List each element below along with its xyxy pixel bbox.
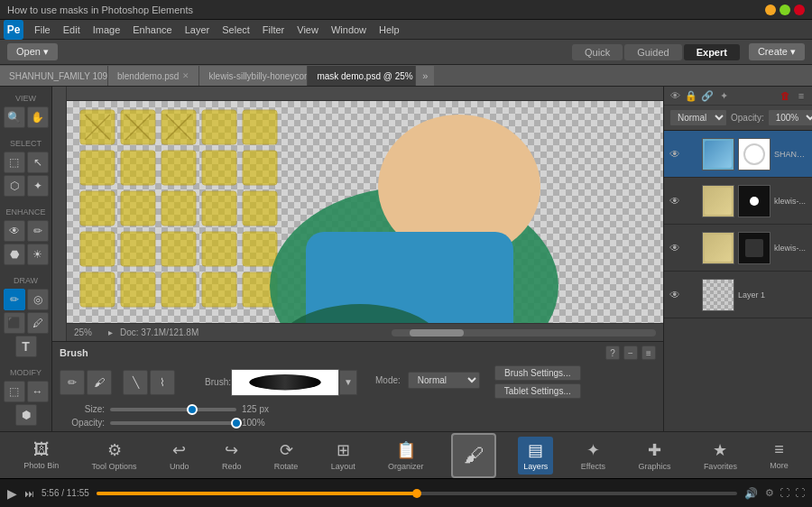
graphics-panel-btn[interactable]: ✚ Graphics <box>632 437 676 475</box>
magic-wand-tool[interactable]: ✦ <box>27 175 49 197</box>
layer-item-4[interactable]: 👁 Layer 1 <box>664 272 812 318</box>
tool-options-tool[interactable]: ⚙ Tool Options <box>87 437 143 475</box>
tab-guided[interactable]: Guided <box>624 44 681 60</box>
layer-item-1[interactable]: 👁 SHANH... <box>664 131 812 178</box>
menu-edit[interactable]: Edit <box>58 23 86 37</box>
rotate-tool[interactable]: ⟳ Rotate <box>269 437 304 475</box>
photo-bin-tool[interactable]: 🖼 Photo Bin <box>18 437 64 474</box>
skip-btn[interactable]: ⏭ <box>24 488 34 499</box>
menu-enhance[interactable]: Enhance <box>127 23 177 37</box>
menu-filter[interactable]: Filter <box>257 23 290 37</box>
more-panel-btn[interactable]: ≡ More <box>764 437 794 474</box>
scrollbar-thumb[interactable] <box>410 329 464 336</box>
svg-rect-20 <box>243 232 277 266</box>
settings-icon[interactable]: ⚙ <box>765 487 774 499</box>
layout-tool[interactable]: ⊞ Layout <box>326 437 361 475</box>
menu-layer[interactable]: Layer <box>180 23 216 37</box>
layer-vis-4[interactable]: 👁 <box>668 288 682 302</box>
brush-collapse-btn[interactable]: − <box>623 346 638 360</box>
text-tool[interactable]: T <box>15 336 37 357</box>
close-button[interactable] <box>794 5 805 15</box>
fullscreen-icon[interactable]: ⛶ <box>795 487 805 499</box>
layers-icon4[interactable]: ✦ <box>716 88 731 103</box>
create-button[interactable]: Create ▾ <box>749 43 805 60</box>
shape-tool[interactable]: ⬢ <box>15 404 37 426</box>
brush-dropdown[interactable]: ▼ <box>339 370 357 395</box>
layers-icon2[interactable]: 🔒 <box>684 88 698 103</box>
canvas-body[interactable] <box>67 101 663 323</box>
opacity-slider[interactable] <box>110 421 236 425</box>
dodge-tool[interactable]: ☀ <box>27 244 49 265</box>
menu-file[interactable]: File <box>29 23 56 37</box>
layers-icon3[interactable]: 🔗 <box>700 88 715 103</box>
tab-maskdemo[interactable]: mask demo.psd @ 25% (SHANHUN_FAMILY 109.… <box>308 66 416 86</box>
volume-icon[interactable]: 🔊 <box>744 487 758 500</box>
brush-impressionist-btn[interactable]: 🖌 <box>87 370 112 395</box>
zoom-tool[interactable]: 🔍 <box>4 106 25 128</box>
menu-select[interactable]: Select <box>217 23 255 37</box>
tab-shanhun[interactable]: SHANHUN_FAMILY 109.jpg ✕ <box>0 66 108 86</box>
effects-panel-btn[interactable]: ✦ Effects <box>576 437 611 475</box>
layers-delete[interactable]: 🗑 <box>778 88 792 103</box>
layers-icon1[interactable]: 👁 <box>668 88 682 103</box>
layer-vis-3[interactable]: 👁 <box>668 241 682 255</box>
size-thumb[interactable] <box>187 404 198 415</box>
opacity-select[interactable]: 100% 75% 50% <box>768 109 812 126</box>
eraser-tool[interactable]: ◎ <box>27 289 49 310</box>
redo-tool[interactable]: ↪ Redo <box>217 437 247 475</box>
brush-type1[interactable]: ╲ <box>123 370 148 395</box>
brush-tool[interactable]: ✏ <box>4 289 25 310</box>
blend-mode-select[interactable]: Normal Multiply Screen <box>669 109 727 126</box>
brush-type2[interactable]: ⌇ <box>150 370 175 395</box>
progress-thumb[interactable] <box>412 489 421 498</box>
transform-tool[interactable]: ↔ <box>27 381 49 402</box>
layer-item-3[interactable]: 👁 klewis-... <box>664 225 812 272</box>
brush-settings-btn[interactable]: Brush Settings... <box>494 365 581 381</box>
layers-menu[interactable]: ≡ <box>794 88 808 103</box>
lasso-tool[interactable]: ⬡ <box>4 175 25 197</box>
menu-image[interactable]: Image <box>88 23 126 37</box>
menu-help[interactable]: Help <box>374 23 405 37</box>
layers-panel-btn[interactable]: ▤ Layers <box>518 437 553 475</box>
pen-tool[interactable]: 🖊 <box>27 312 49 334</box>
favorites-panel-btn[interactable]: ★ Favorites <box>698 437 743 475</box>
horizontal-scrollbar[interactable] <box>392 329 656 336</box>
maximize-button[interactable] <box>780 5 790 15</box>
menu-window[interactable]: Window <box>326 23 372 37</box>
fill-tool[interactable]: ⬛ <box>4 312 25 334</box>
theater-icon[interactable]: ⛶ <box>780 487 789 499</box>
clone-tool[interactable]: ⬣ <box>4 244 25 265</box>
move-tool[interactable]: ↖ <box>27 152 49 173</box>
tab-scroll-right[interactable]: » <box>416 66 434 86</box>
brush-normal-btn[interactable]: ✏ <box>60 370 85 395</box>
undo-tool[interactable]: ↩ Undo <box>164 437 195 475</box>
pan-tool[interactable]: ✋ <box>27 106 49 128</box>
opacity-thumb[interactable] <box>231 418 242 429</box>
tab-expert[interactable]: Expert <box>684 44 740 60</box>
layer-name-3: klewis-... <box>774 244 808 253</box>
menu-view[interactable]: View <box>291 23 324 37</box>
organizer-tool[interactable]: 📋 Organizer <box>383 437 429 475</box>
marquee-tool[interactable]: ⬚ <box>4 152 25 173</box>
layer-item-2[interactable]: 👁 klewis-... <box>664 178 812 225</box>
spot-heal-tool[interactable]: ✏ <box>27 220 49 242</box>
brush-help-btn[interactable]: ? <box>605 346 620 360</box>
progress-bar[interactable] <box>97 492 737 495</box>
minimize-button[interactable] <box>765 5 776 15</box>
mode-select[interactable]: Normal Multiply Screen <box>408 372 480 389</box>
open-button[interactable]: Open ▾ <box>7 43 58 60</box>
brush-preview[interactable] <box>231 369 339 396</box>
crop-tool[interactable]: ⬚ <box>4 381 25 402</box>
red-eye-tool[interactable]: 👁 <box>4 220 25 242</box>
layer-vis-1[interactable]: 👁 <box>668 147 682 161</box>
layer-vis-2[interactable]: 👁 <box>668 194 682 208</box>
tab-blend[interactable]: blenddemo.psd ✕ <box>108 66 199 86</box>
tab-close-blend[interactable]: ✕ <box>182 71 189 80</box>
tab-klewis[interactable]: klewis-sillybilly-honeycomb.jpg ✕ <box>199 66 308 86</box>
play-button[interactable]: ▶ <box>7 486 17 501</box>
tab-quick[interactable]: Quick <box>572 44 623 60</box>
brush-type-buttons: ╲ ⌇ <box>123 370 175 395</box>
brush-menu-btn[interactable]: ≡ <box>641 346 656 360</box>
tablet-settings-btn[interactable]: Tablet Settings... <box>494 383 581 399</box>
size-slider[interactable] <box>110 408 236 411</box>
